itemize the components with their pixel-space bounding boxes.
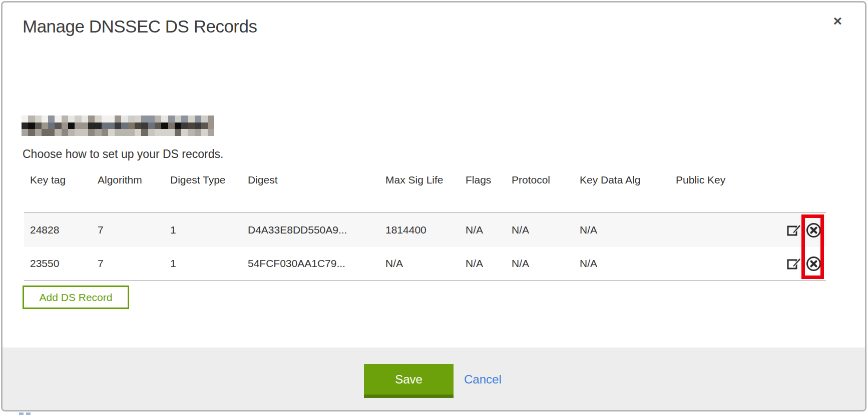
col-header-max-sig-life: Max Sig Life — [379, 169, 460, 186]
cell-key-data-alg: N/A — [574, 224, 670, 236]
page-title: Manage DNSSEC DS Records — [23, 16, 257, 36]
table-row: 24828 7 1 D4A33E8DD550A9... 1814400 N/A … — [24, 212, 826, 247]
redacted-domain-name — [22, 116, 214, 136]
background-page-fragment — [19, 412, 24, 415]
cell-digest-type: 1 — [164, 224, 242, 236]
delete-record-icon[interactable] — [805, 222, 822, 238]
table-row: 23550 7 1 54FCF030AA1C79... N/A N/A N/A … — [24, 247, 826, 281]
close-icon[interactable]: × — [833, 14, 842, 28]
ds-records-table: Key tag Algorithm Digest Type Digest Max… — [24, 169, 826, 281]
cell-key-tag: 23550 — [24, 258, 92, 270]
col-header-actions — [770, 169, 826, 174]
cell-algorithm: 7 — [92, 224, 164, 236]
col-header-digest-type: Digest Type — [164, 169, 242, 186]
dialog-footer: Save Cancel — [3, 348, 865, 410]
cell-digest: D4A33E8DD550A9... — [242, 224, 379, 236]
cell-actions — [770, 222, 826, 238]
save-button[interactable]: Save — [364, 364, 454, 398]
cell-digest-type: 1 — [164, 258, 242, 270]
redacted-pixel-row — [22, 129, 214, 136]
background-page-fragment — [26, 412, 31, 415]
instruction-text: Choose how to set up your DS records. — [23, 148, 223, 161]
col-header-key-data-alg: Key Data Alg — [574, 169, 670, 186]
cell-actions — [770, 255, 826, 272]
cell-algorithm: 7 — [92, 258, 164, 270]
cell-max-sig-life: 1814400 — [379, 224, 460, 236]
table-header-row: Key tag Algorithm Digest Type Digest Max… — [24, 169, 826, 212]
edit-record-icon[interactable] — [785, 255, 802, 272]
background-page-strip — [0, 412, 868, 415]
cancel-link[interactable]: Cancel — [464, 372, 502, 386]
cell-digest: 54FCF030AA1C79... — [242, 258, 379, 270]
col-header-algorithm: Algorithm — [92, 169, 164, 186]
cell-key-tag: 24828 — [24, 224, 92, 236]
redacted-pixel-row — [22, 116, 214, 122]
delete-record-icon[interactable] — [805, 255, 822, 272]
col-header-digest: Digest — [242, 169, 379, 186]
add-ds-record-button[interactable]: Add DS Record — [23, 286, 129, 309]
cell-max-sig-life: N/A — [379, 258, 460, 270]
col-header-protocol: Protocol — [506, 169, 574, 186]
col-header-public-key: Public Key — [670, 169, 770, 186]
cell-protocol: N/A — [506, 258, 574, 270]
cell-key-data-alg: N/A — [574, 258, 670, 270]
edit-record-icon[interactable] — [785, 222, 802, 238]
cell-flags: N/A — [460, 258, 506, 270]
redacted-pixel-row — [22, 122, 214, 130]
cell-protocol: N/A — [506, 224, 574, 236]
col-header-flags: Flags — [460, 169, 506, 186]
cell-flags: N/A — [460, 224, 506, 236]
manage-dnssec-dialog: Manage DNSSEC DS Records × Choose how to… — [1, 1, 866, 412]
col-header-key-tag: Key tag — [24, 169, 92, 186]
